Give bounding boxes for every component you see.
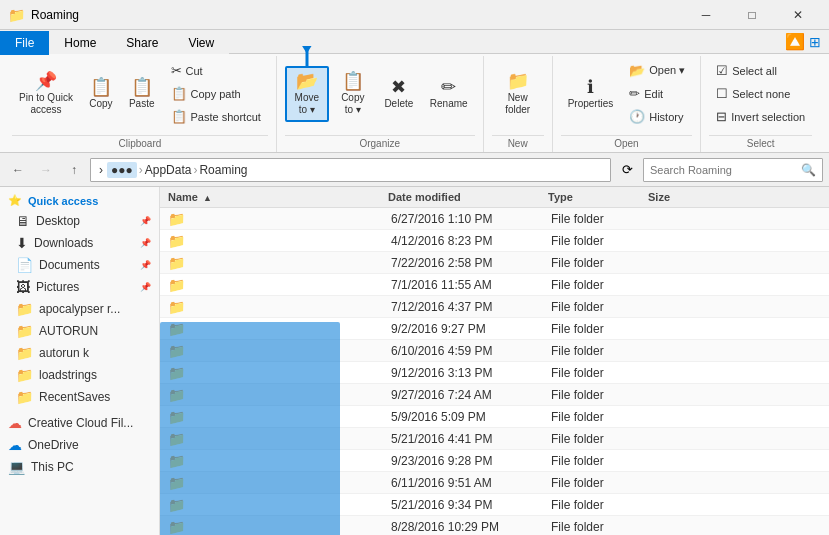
address-path[interactable]: › ●●● › AppData › Roaming — [90, 158, 611, 182]
table-row[interactable]: 📁 5/9/2016 5:09 PM File folder — [160, 406, 829, 428]
up-button[interactable]: ↑ — [62, 158, 86, 182]
folder-icon: 📁 — [168, 343, 185, 359]
table-row[interactable]: 📁 5/21/2016 4:41 PM File folder — [160, 428, 829, 450]
file-type: File folder — [551, 212, 651, 226]
sidebar-item-pictures[interactable]: 🖼 Pictures 📌 — [0, 276, 159, 298]
column-type[interactable]: Type — [548, 191, 648, 203]
file-date: 6/27/2016 1:10 PM — [391, 212, 551, 226]
table-row[interactable]: 📁 7/1/2016 11:55 AM File folder — [160, 274, 829, 296]
forward-button[interactable]: → — [34, 158, 58, 182]
table-row[interactable]: 📁 6/27/2016 1:10 PM File folder — [160, 208, 829, 230]
copy-to-button[interactable]: 📋 Copyto ▾ — [331, 67, 375, 121]
file-type: File folder — [551, 520, 651, 534]
help-icon[interactable]: 🔼 — [785, 32, 805, 51]
title-controls: ─ □ ✕ — [683, 0, 821, 30]
table-row[interactable]: 📁 4/12/2016 8:23 PM File folder — [160, 230, 829, 252]
table-row[interactable]: 📁 6/11/2016 9:51 AM File folder — [160, 472, 829, 494]
close-button[interactable]: ✕ — [775, 0, 821, 30]
open-label: Open — [561, 135, 693, 152]
sidebar-item-autorun[interactable]: 📁 AUTORUN — [0, 320, 159, 342]
table-row[interactable]: 📁 8/28/2016 10:29 PM File folder — [160, 516, 829, 535]
file-date: 9/12/2016 3:13 PM — [391, 366, 551, 380]
invert-selection-button[interactable]: ⊟ Invert selection — [709, 106, 812, 127]
history-button[interactable]: 🕐 History — [622, 106, 692, 127]
paste-shortcut-button[interactable]: 📋 Paste shortcut — [164, 106, 268, 127]
tab-file[interactable]: File — [0, 31, 49, 55]
folder-icon: 📁 — [16, 301, 33, 317]
title-icon: 📁 — [8, 7, 25, 23]
minimize-button[interactable]: ─ — [683, 0, 729, 30]
desktop-icon: 🖥 — [16, 213, 30, 229]
tab-share[interactable]: Share — [111, 31, 173, 55]
windows-icon: ⊞ — [809, 34, 821, 50]
maximize-button[interactable]: □ — [729, 0, 775, 30]
search-box[interactable]: 🔍 — [643, 158, 823, 182]
table-row[interactable]: 📁 7/22/2016 2:58 PM File folder — [160, 252, 829, 274]
copy-button[interactable]: 📋 Copy — [82, 73, 120, 114]
folder-icon: 📁 — [16, 323, 33, 339]
column-size[interactable]: Size — [648, 191, 728, 203]
folder-icon: 📁 — [168, 453, 185, 469]
sidebar-quick-access[interactable]: ⭐ Quick access — [0, 191, 159, 210]
select-none-button[interactable]: ☐ Select none — [709, 83, 812, 104]
sidebar-item-onedrive[interactable]: ☁ OneDrive — [0, 434, 159, 456]
sort-icon: ▲ — [203, 193, 212, 203]
clipboard-label: Clipboard — [12, 135, 268, 152]
paste-shortcut-icon: 📋 — [171, 109, 187, 124]
tab-view[interactable]: View — [173, 31, 229, 55]
table-row[interactable]: 📁 6/10/2016 4:59 PM File folder — [160, 340, 829, 362]
back-button[interactable]: ← — [6, 158, 30, 182]
table-row[interactable]: 📁 7/12/2016 4:37 PM File folder — [160, 296, 829, 318]
sidebar-item-downloads[interactable]: ⬇ Downloads 📌 — [0, 232, 159, 254]
clipboard-group: 📌 Pin to Quickaccess 📋 Copy 📋 Paste ✂ Cu… — [4, 56, 277, 152]
sidebar-item-creative-cloud[interactable]: ☁ Creative Cloud Fil... — [0, 412, 159, 434]
this-pc-icon: 💻 — [8, 459, 25, 475]
folder-icon: 📁 — [168, 519, 185, 535]
move-to-button[interactable]: 📂 Moveto ▾ — [285, 66, 329, 122]
sidebar-item-this-pc[interactable]: 💻 This PC — [0, 456, 159, 478]
file-date: 6/11/2016 9:51 AM — [391, 476, 551, 490]
folder-icon: 📁 — [16, 389, 33, 405]
delete-button[interactable]: ✖ Delete — [377, 73, 421, 114]
sidebar-item-apocalypser[interactable]: 📁 apocalypser r... — [0, 298, 159, 320]
onedrive-icon: ☁ — [8, 437, 22, 453]
sidebar-item-recentsaves[interactable]: 📁 RecentSaves — [0, 386, 159, 408]
pictures-icon: 🖼 — [16, 279, 30, 295]
table-row[interactable]: 📁 9/27/2016 7:24 AM File folder — [160, 384, 829, 406]
creative-cloud-icon: ☁ — [8, 415, 22, 431]
folder-icon: 📁 — [168, 233, 185, 249]
table-row[interactable]: 📁 9/2/2016 9:27 PM File folder — [160, 318, 829, 340]
table-row[interactable]: 📁 9/12/2016 3:13 PM File folder — [160, 362, 829, 384]
sidebar-item-desktop[interactable]: 🖥 Desktop 📌 — [0, 210, 159, 232]
new-folder-button[interactable]: 📁 Newfolder — [492, 67, 544, 121]
documents-icon: 📄 — [16, 257, 33, 273]
tab-home[interactable]: Home — [49, 31, 111, 55]
rename-button[interactable]: ✏ Rename — [423, 73, 475, 114]
column-date[interactable]: Date modified — [388, 191, 548, 203]
paste-button[interactable]: 📋 Paste — [122, 73, 162, 114]
copy-path-button[interactable]: 📋 Copy path — [164, 83, 268, 104]
table-row[interactable]: 📁 9/23/2016 9:28 PM File folder — [160, 450, 829, 472]
properties-button[interactable]: ℹ Properties — [561, 73, 621, 114]
file-date: 7/12/2016 4:37 PM — [391, 300, 551, 314]
table-row[interactable]: 📁 5/21/2016 9:34 PM File folder — [160, 494, 829, 516]
open-button[interactable]: 📂 Open ▾ — [622, 60, 692, 81]
sidebar-item-autorunk[interactable]: 📁 autorun k — [0, 342, 159, 364]
file-list[interactable]: Name ▲ Date modified Type Size 📁 6/27/20… — [160, 187, 829, 535]
refresh-button[interactable]: ⟳ — [615, 158, 639, 182]
new-label: New — [492, 135, 544, 152]
sidebar-item-documents[interactable]: 📄 Documents 📌 — [0, 254, 159, 276]
pin-indicator: 📌 — [140, 238, 151, 248]
ribbon: 📌 Pin to Quickaccess 📋 Copy 📋 Paste ✂ Cu… — [0, 54, 829, 153]
pin-to-quick-access-button[interactable]: 📌 Pin to Quickaccess — [12, 67, 80, 121]
open-small-buttons: 📂 Open ▾ ✏ Edit 🕐 History — [622, 60, 692, 127]
sidebar-item-loadstrings[interactable]: 📁 loadstrings — [0, 364, 159, 386]
properties-icon: ℹ — [587, 78, 594, 96]
sidebar: ⭐ Quick access 🖥 Desktop 📌 ⬇ Downloads 📌… — [0, 187, 160, 535]
select-all-button[interactable]: ☑ Select all — [709, 60, 812, 81]
edit-button[interactable]: ✏ Edit — [622, 83, 692, 104]
cut-button[interactable]: ✂ Cut — [164, 60, 268, 81]
cut-icon: ✂ — [171, 63, 182, 78]
search-input[interactable] — [650, 164, 801, 176]
column-name[interactable]: Name ▲ — [168, 191, 388, 203]
